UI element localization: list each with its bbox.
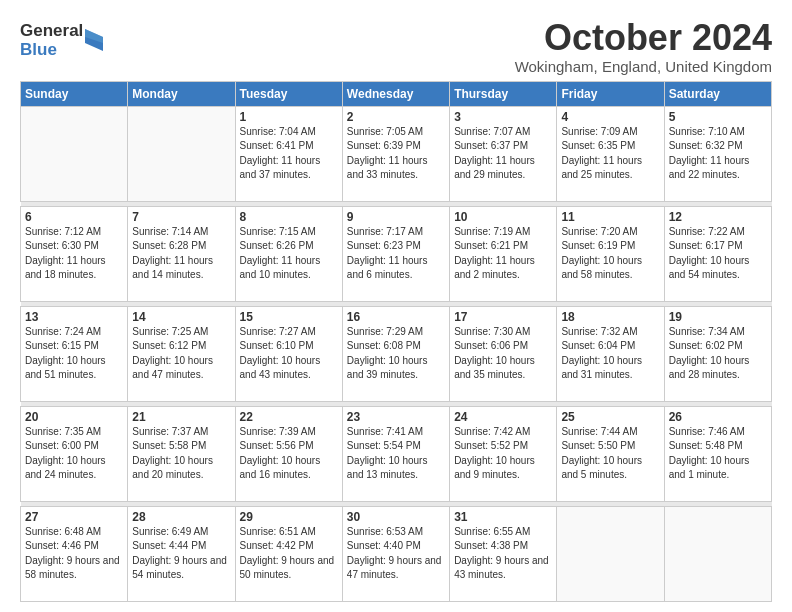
cell-w3-d7: 19Sunrise: 7:34 AM Sunset: 6:02 PM Dayli… bbox=[664, 306, 771, 401]
day-info: Sunrise: 7:14 AM Sunset: 6:28 PM Dayligh… bbox=[132, 225, 230, 283]
day-info: Sunrise: 6:49 AM Sunset: 4:44 PM Dayligh… bbox=[132, 525, 230, 583]
calendar: Sunday Monday Tuesday Wednesday Thursday… bbox=[20, 81, 772, 602]
day-info: Sunrise: 7:07 AM Sunset: 6:37 PM Dayligh… bbox=[454, 125, 552, 183]
day-info: Sunrise: 6:55 AM Sunset: 4:38 PM Dayligh… bbox=[454, 525, 552, 583]
cell-w2-d6: 11Sunrise: 7:20 AM Sunset: 6:19 PM Dayli… bbox=[557, 206, 664, 301]
cell-w5-d4: 30Sunrise: 6:53 AM Sunset: 4:40 PM Dayli… bbox=[342, 506, 449, 601]
cell-w5-d1: 27Sunrise: 6:48 AM Sunset: 4:46 PM Dayli… bbox=[21, 506, 128, 601]
cell-w4-d1: 20Sunrise: 7:35 AM Sunset: 6:00 PM Dayli… bbox=[21, 406, 128, 501]
logo-text: General Blue bbox=[20, 22, 83, 59]
day-number: 15 bbox=[240, 310, 338, 324]
day-info: Sunrise: 7:24 AM Sunset: 6:15 PM Dayligh… bbox=[25, 325, 123, 383]
calendar-header-row: Sunday Monday Tuesday Wednesday Thursday… bbox=[21, 81, 772, 106]
day-info: Sunrise: 7:05 AM Sunset: 6:39 PM Dayligh… bbox=[347, 125, 445, 183]
day-info: Sunrise: 7:09 AM Sunset: 6:35 PM Dayligh… bbox=[561, 125, 659, 183]
day-number: 7 bbox=[132, 210, 230, 224]
day-number: 9 bbox=[347, 210, 445, 224]
day-info: Sunrise: 7:32 AM Sunset: 6:04 PM Dayligh… bbox=[561, 325, 659, 383]
day-number: 30 bbox=[347, 510, 445, 524]
cell-w3-d2: 14Sunrise: 7:25 AM Sunset: 6:12 PM Dayli… bbox=[128, 306, 235, 401]
day-info: Sunrise: 7:10 AM Sunset: 6:32 PM Dayligh… bbox=[669, 125, 767, 183]
cell-w1-d5: 3Sunrise: 7:07 AM Sunset: 6:37 PM Daylig… bbox=[450, 106, 557, 201]
cell-w2-d4: 9Sunrise: 7:17 AM Sunset: 6:23 PM Daylig… bbox=[342, 206, 449, 301]
cell-w4-d7: 26Sunrise: 7:46 AM Sunset: 5:48 PM Dayli… bbox=[664, 406, 771, 501]
day-info: Sunrise: 7:35 AM Sunset: 6:00 PM Dayligh… bbox=[25, 425, 123, 483]
day-info: Sunrise: 7:22 AM Sunset: 6:17 PM Dayligh… bbox=[669, 225, 767, 283]
day-number: 27 bbox=[25, 510, 123, 524]
col-saturday: Saturday bbox=[664, 81, 771, 106]
title-block: October 2024 Wokingham, England, United … bbox=[515, 18, 772, 75]
logo: General Blue bbox=[20, 22, 103, 59]
day-number: 25 bbox=[561, 410, 659, 424]
page: General Blue October 2024 Wokingham, Eng… bbox=[0, 0, 792, 612]
day-number: 1 bbox=[240, 110, 338, 124]
day-info: Sunrise: 7:20 AM Sunset: 6:19 PM Dayligh… bbox=[561, 225, 659, 283]
cell-w2-d1: 6Sunrise: 7:12 AM Sunset: 6:30 PM Daylig… bbox=[21, 206, 128, 301]
col-monday: Monday bbox=[128, 81, 235, 106]
cell-w5-d6 bbox=[557, 506, 664, 601]
day-info: Sunrise: 7:17 AM Sunset: 6:23 PM Dayligh… bbox=[347, 225, 445, 283]
location: Wokingham, England, United Kingdom bbox=[515, 58, 772, 75]
day-number: 12 bbox=[669, 210, 767, 224]
month-title: October 2024 bbox=[515, 18, 772, 58]
logo-general: General bbox=[20, 22, 83, 41]
cell-w3-d4: 16Sunrise: 7:29 AM Sunset: 6:08 PM Dayli… bbox=[342, 306, 449, 401]
day-number: 10 bbox=[454, 210, 552, 224]
day-number: 13 bbox=[25, 310, 123, 324]
week-row-3: 13Sunrise: 7:24 AM Sunset: 6:15 PM Dayli… bbox=[21, 306, 772, 401]
col-friday: Friday bbox=[557, 81, 664, 106]
cell-w1-d7: 5Sunrise: 7:10 AM Sunset: 6:32 PM Daylig… bbox=[664, 106, 771, 201]
cell-w2-d3: 8Sunrise: 7:15 AM Sunset: 6:26 PM Daylig… bbox=[235, 206, 342, 301]
day-info: Sunrise: 6:48 AM Sunset: 4:46 PM Dayligh… bbox=[25, 525, 123, 583]
day-number: 16 bbox=[347, 310, 445, 324]
day-number: 11 bbox=[561, 210, 659, 224]
cell-w5-d2: 28Sunrise: 6:49 AM Sunset: 4:44 PM Dayli… bbox=[128, 506, 235, 601]
day-info: Sunrise: 7:04 AM Sunset: 6:41 PM Dayligh… bbox=[240, 125, 338, 183]
cell-w4-d6: 25Sunrise: 7:44 AM Sunset: 5:50 PM Dayli… bbox=[557, 406, 664, 501]
day-number: 21 bbox=[132, 410, 230, 424]
cell-w3-d1: 13Sunrise: 7:24 AM Sunset: 6:15 PM Dayli… bbox=[21, 306, 128, 401]
cell-w4-d4: 23Sunrise: 7:41 AM Sunset: 5:54 PM Dayli… bbox=[342, 406, 449, 501]
day-number: 28 bbox=[132, 510, 230, 524]
day-info: Sunrise: 7:44 AM Sunset: 5:50 PM Dayligh… bbox=[561, 425, 659, 483]
day-info: Sunrise: 7:34 AM Sunset: 6:02 PM Dayligh… bbox=[669, 325, 767, 383]
day-info: Sunrise: 7:27 AM Sunset: 6:10 PM Dayligh… bbox=[240, 325, 338, 383]
day-number: 26 bbox=[669, 410, 767, 424]
day-number: 8 bbox=[240, 210, 338, 224]
cell-w2-d5: 10Sunrise: 7:19 AM Sunset: 6:21 PM Dayli… bbox=[450, 206, 557, 301]
day-number: 31 bbox=[454, 510, 552, 524]
day-number: 4 bbox=[561, 110, 659, 124]
day-number: 17 bbox=[454, 310, 552, 324]
cell-w1-d4: 2Sunrise: 7:05 AM Sunset: 6:39 PM Daylig… bbox=[342, 106, 449, 201]
day-number: 29 bbox=[240, 510, 338, 524]
week-row-1: 1Sunrise: 7:04 AM Sunset: 6:41 PM Daylig… bbox=[21, 106, 772, 201]
col-thursday: Thursday bbox=[450, 81, 557, 106]
day-info: Sunrise: 6:51 AM Sunset: 4:42 PM Dayligh… bbox=[240, 525, 338, 583]
day-number: 5 bbox=[669, 110, 767, 124]
cell-w5-d5: 31Sunrise: 6:55 AM Sunset: 4:38 PM Dayli… bbox=[450, 506, 557, 601]
cell-w1-d6: 4Sunrise: 7:09 AM Sunset: 6:35 PM Daylig… bbox=[557, 106, 664, 201]
day-number: 18 bbox=[561, 310, 659, 324]
cell-w5-d7 bbox=[664, 506, 771, 601]
day-number: 23 bbox=[347, 410, 445, 424]
day-info: Sunrise: 7:41 AM Sunset: 5:54 PM Dayligh… bbox=[347, 425, 445, 483]
day-number: 20 bbox=[25, 410, 123, 424]
cell-w4-d3: 22Sunrise: 7:39 AM Sunset: 5:56 PM Dayli… bbox=[235, 406, 342, 501]
logo-blue: Blue bbox=[20, 41, 83, 60]
day-info: Sunrise: 7:37 AM Sunset: 5:58 PM Dayligh… bbox=[132, 425, 230, 483]
cell-w2-d2: 7Sunrise: 7:14 AM Sunset: 6:28 PM Daylig… bbox=[128, 206, 235, 301]
cell-w4-d5: 24Sunrise: 7:42 AM Sunset: 5:52 PM Dayli… bbox=[450, 406, 557, 501]
day-number: 22 bbox=[240, 410, 338, 424]
logo-icon bbox=[85, 29, 103, 51]
day-info: Sunrise: 7:25 AM Sunset: 6:12 PM Dayligh… bbox=[132, 325, 230, 383]
cell-w4-d2: 21Sunrise: 7:37 AM Sunset: 5:58 PM Dayli… bbox=[128, 406, 235, 501]
cell-w3-d6: 18Sunrise: 7:32 AM Sunset: 6:04 PM Dayli… bbox=[557, 306, 664, 401]
day-number: 2 bbox=[347, 110, 445, 124]
day-info: Sunrise: 7:15 AM Sunset: 6:26 PM Dayligh… bbox=[240, 225, 338, 283]
cell-w1-d2 bbox=[128, 106, 235, 201]
day-info: Sunrise: 7:42 AM Sunset: 5:52 PM Dayligh… bbox=[454, 425, 552, 483]
cell-w5-d3: 29Sunrise: 6:51 AM Sunset: 4:42 PM Dayli… bbox=[235, 506, 342, 601]
cell-w1-d3: 1Sunrise: 7:04 AM Sunset: 6:41 PM Daylig… bbox=[235, 106, 342, 201]
day-info: Sunrise: 7:30 AM Sunset: 6:06 PM Dayligh… bbox=[454, 325, 552, 383]
day-number: 14 bbox=[132, 310, 230, 324]
